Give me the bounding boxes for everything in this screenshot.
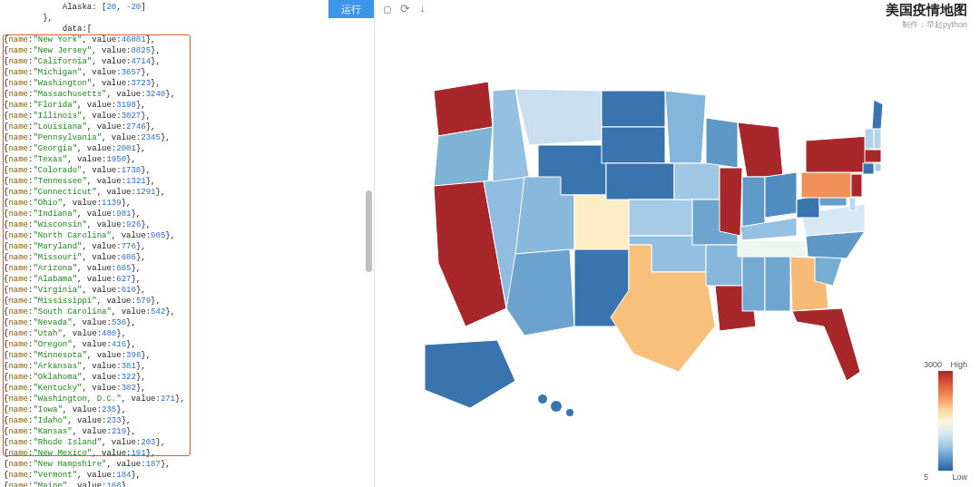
svg-point-0 xyxy=(551,401,562,412)
legend-max: 3000 xyxy=(924,360,942,369)
state-massachusetts[interactable] xyxy=(865,150,881,162)
state-arizona[interactable] xyxy=(506,249,574,336)
state-wisconsin[interactable] xyxy=(706,118,738,168)
state-hawaii[interactable] xyxy=(538,394,547,404)
state-rhode-island[interactable] xyxy=(875,163,881,171)
state-alaska[interactable] xyxy=(425,340,515,408)
editor-scrollbar[interactable] xyxy=(366,0,372,487)
state-tennessee[interactable] xyxy=(738,240,806,257)
usa-choropleth-map[interactable] xyxy=(416,54,883,417)
state-oregon[interactable] xyxy=(434,127,493,186)
state-nebraska[interactable] xyxy=(606,163,674,200)
code-editor[interactable]: Alaska: [20, -20] }, data:[ {name:"New Y… xyxy=(0,0,374,487)
state-minnesota[interactable] xyxy=(665,91,706,163)
color-legend: 3000High 5Low xyxy=(924,360,967,482)
state-ohio[interactable] xyxy=(765,172,797,218)
state-new-hampshire[interactable] xyxy=(874,129,881,149)
state-mississippi[interactable] xyxy=(742,257,765,311)
state-washington[interactable] xyxy=(434,82,493,136)
state-vermont[interactable] xyxy=(865,129,874,149)
state-arkansas[interactable] xyxy=(706,245,742,286)
chart-title-block: 美国疫情地图 制作：早起python xyxy=(886,2,967,31)
state-iowa[interactable] xyxy=(674,163,720,200)
download-icon[interactable]: ↓ xyxy=(419,2,426,16)
state-florida[interactable] xyxy=(792,308,860,381)
legend-gradient[interactable] xyxy=(938,371,953,471)
output-panel: ▢ ⟳ ↓ 美国疫情地图 制作：早起python xyxy=(375,0,980,487)
state-indiana[interactable] xyxy=(742,177,765,227)
state-south-dakota[interactable] xyxy=(602,127,665,163)
refresh-icon[interactable]: ⟳ xyxy=(400,2,410,16)
legend-min: 5 xyxy=(924,472,928,482)
state-illinois[interactable] xyxy=(720,168,742,236)
state-maine[interactable] xyxy=(872,100,883,129)
legend-low-label: Low xyxy=(952,472,967,482)
state-south-carolina[interactable] xyxy=(815,254,842,286)
state-north-dakota[interactable] xyxy=(602,91,665,127)
state-connecticut[interactable] xyxy=(863,163,874,174)
state-kansas[interactable] xyxy=(629,200,692,236)
chart-subtitle: 制作：早起python xyxy=(886,19,967,31)
state-delaware[interactable] xyxy=(849,198,856,210)
state-michigan[interactable] xyxy=(738,122,783,177)
svg-point-1 xyxy=(566,409,573,416)
state-pennsylvania[interactable] xyxy=(801,172,851,198)
output-toolbar: ▢ ⟳ ↓ xyxy=(384,2,426,16)
state-alabama[interactable] xyxy=(765,257,790,311)
legend-high-label: High xyxy=(950,360,967,369)
code-editor-panel: 运行 Alaska: [20, -20] }, data:[ {name:"Ne… xyxy=(0,0,375,487)
app-root: 运行 Alaska: [20, -20] }, data:[ {name:"Ne… xyxy=(0,0,980,487)
clipboard-icon[interactable]: ▢ xyxy=(384,2,391,16)
state-west-virginia[interactable] xyxy=(797,195,819,218)
state-montana[interactable] xyxy=(515,89,602,145)
scrollbar-thumb[interactable] xyxy=(366,190,372,272)
chart-title: 美国疫情地图 xyxy=(886,2,967,19)
state-new-jersey[interactable] xyxy=(851,174,862,197)
